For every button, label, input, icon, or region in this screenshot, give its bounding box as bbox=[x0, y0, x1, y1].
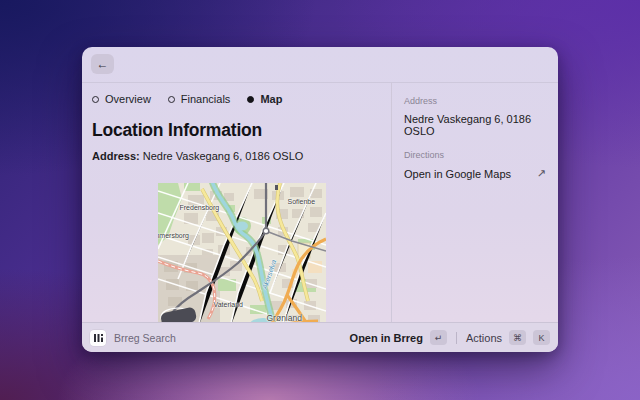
enter-key-icon: ↵ bbox=[430, 330, 447, 345]
footer-actions: Open in Brreg ↵ Actions ⌘ K bbox=[350, 330, 550, 345]
back-arrow-icon: ← bbox=[97, 57, 109, 71]
app-name: Brreg Search bbox=[114, 332, 176, 344]
page-title: Location Information bbox=[92, 120, 391, 141]
tab-overview[interactable]: Overview bbox=[92, 93, 151, 105]
tab-map[interactable]: Map bbox=[247, 93, 282, 105]
radio-selected-icon bbox=[247, 96, 254, 103]
metadata-sidebar: Address Nedre Vaskegang 6, 0186 OSLO Dir… bbox=[391, 83, 558, 322]
map-label-vaterland: Vaterland bbox=[214, 301, 243, 308]
map-label-sofienberg: Sofienbe bbox=[288, 198, 316, 205]
open-in-google-maps-label: Open in Google Maps bbox=[404, 168, 511, 180]
tab-label: Overview bbox=[105, 93, 151, 105]
actions-label: Actions bbox=[466, 332, 502, 344]
tab-bar: Overview Financials Map bbox=[92, 93, 391, 105]
app-window: ← Overview Financials Map Location Infor… bbox=[82, 47, 558, 352]
address-line: Address: Nedre Vaskegang 6, 0186 OSLO bbox=[92, 150, 391, 162]
sidebar-directions-label: Directions bbox=[404, 150, 546, 160]
primary-action-label: Open in Brreg bbox=[350, 332, 423, 344]
address-label: Address: bbox=[92, 150, 140, 162]
primary-action-button[interactable]: Open in Brreg ↵ bbox=[350, 330, 447, 345]
map-label-hammersborg: mmersborg bbox=[158, 232, 189, 239]
tab-financials[interactable]: Financials bbox=[168, 93, 231, 105]
external-link-icon: ↗ bbox=[537, 167, 546, 180]
action-bar: Brreg Search Open in Brreg ↵ Actions ⌘ K bbox=[82, 322, 558, 352]
sidebar-address-label: Address bbox=[404, 96, 546, 106]
main-panel: Overview Financials Map Location Informa… bbox=[82, 83, 391, 322]
brreg-app-icon bbox=[90, 330, 106, 346]
tab-label: Financials bbox=[181, 93, 231, 105]
window-content: Overview Financials Map Location Informa… bbox=[82, 83, 558, 322]
actions-menu-button[interactable]: Actions ⌘ K bbox=[466, 330, 550, 345]
map-image: Fredensborg mmersborg Sofienbe Vaterland… bbox=[158, 183, 326, 328]
app-chip: Brreg Search bbox=[90, 330, 176, 346]
sidebar-address-value: Nedre Vaskegang 6, 0186 OSLO bbox=[404, 113, 546, 137]
footer-separator bbox=[456, 332, 457, 344]
address-value: Nedre Vaskegang 6, 0186 OSLO bbox=[143, 150, 304, 162]
map-label-fredensborg: Fredensborg bbox=[180, 204, 220, 211]
open-in-google-maps-link[interactable]: Open in Google Maps ↗ bbox=[404, 167, 546, 180]
back-button[interactable]: ← bbox=[91, 54, 114, 74]
tab-label: Map bbox=[260, 93, 282, 105]
radio-unselected-icon bbox=[168, 96, 175, 103]
window-header: ← bbox=[82, 47, 558, 83]
k-key-icon: K bbox=[533, 330, 550, 345]
command-key-icon: ⌘ bbox=[509, 330, 526, 345]
radio-unselected-icon bbox=[92, 96, 99, 103]
